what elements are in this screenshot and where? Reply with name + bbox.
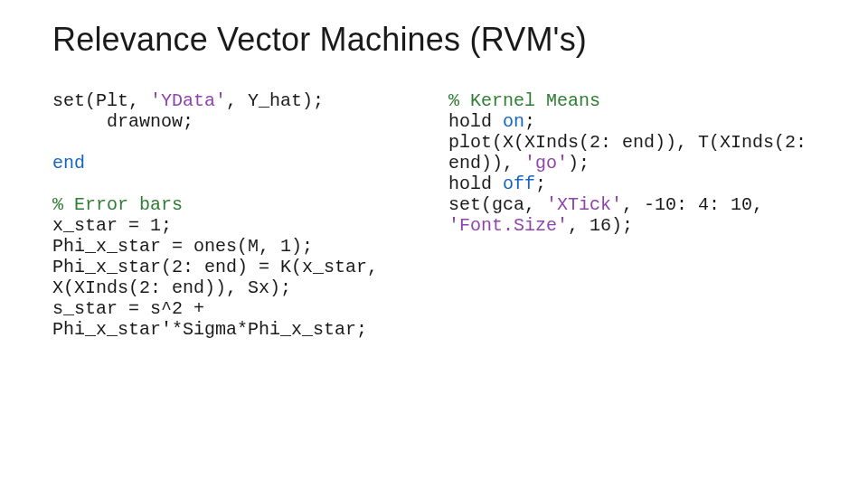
code-comment: % Error bars: [52, 194, 183, 215]
code-right-column: % Kernel Means hold on; plot(X(XInds(2: …: [448, 90, 816, 340]
code-line: , Y_hat);: [226, 90, 324, 111]
code-line: , -10: 4: 10,: [622, 194, 774, 215]
code-string: 'YData': [150, 90, 226, 111]
code-string: 'go': [524, 153, 568, 174]
code-line: set(gca,: [448, 194, 546, 215]
code-line: ;: [535, 174, 546, 194]
code-left-column: set(Plt, 'YData', Y_hat); drawnow; end %…: [52, 90, 420, 340]
code-comment: % Kernel Means: [448, 90, 600, 111]
code-keyword: off: [503, 174, 535, 194]
code-line: plot(X(XInds(2: end)), T(XInds(2: end)),: [448, 132, 817, 174]
code-line: hold: [448, 174, 503, 194]
code-line: Phi_x_star = ones(M, 1);: [52, 236, 313, 257]
code-line: );: [568, 153, 590, 174]
code-line: drawnow;: [52, 111, 193, 132]
code-string: 'Font.Size': [448, 215, 568, 236]
code-line: hold: [448, 111, 503, 132]
slide: Relevance Vector Machines (RVM's) set(Pl…: [0, 0, 868, 488]
code-keyword: end: [52, 153, 85, 174]
code-line: s_star = s^2 + Phi_x_star'*Sigma*Phi_x_s…: [52, 298, 367, 340]
code-line: Phi_x_star(2: end) = K(x_star, X(XInds(2…: [52, 257, 389, 298]
code-line: , 16);: [568, 215, 633, 236]
code-keyword: on: [503, 111, 524, 132]
page-title: Relevance Vector Machines (RVM's): [52, 22, 816, 58]
code-line: x_star = 1;: [52, 215, 172, 236]
code-string: 'XTick': [546, 194, 622, 215]
code-line: set(Plt,: [52, 90, 150, 111]
code-columns: set(Plt, 'YData', Y_hat); drawnow; end %…: [52, 90, 816, 340]
code-line: ;: [524, 111, 535, 132]
